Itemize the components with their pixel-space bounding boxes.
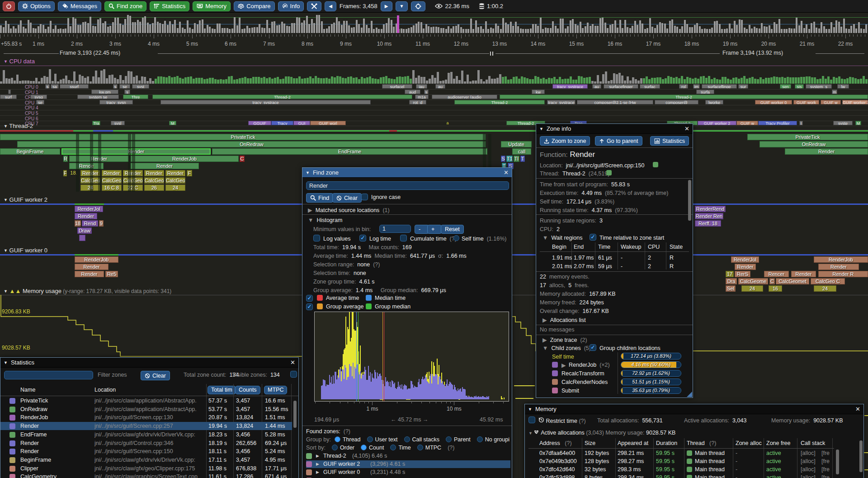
alloc-callstack-free[interactable]: [fre xyxy=(821,466,835,473)
zone-24[interactable]: 24 xyxy=(165,185,185,191)
zone-re5[interactable]: Re5 xyxy=(105,271,118,277)
guif-worker2-header[interactable]: ▼ GUIF worker 2 xyxy=(4,196,184,203)
cpu-block[interactable]: GGUIF xyxy=(248,121,271,125)
stats-table-row[interactable]: Renderjni/../jni/src/guif/Screen.cpp:150… xyxy=(0,448,298,456)
ignore-case-checkbox[interactable] xyxy=(361,194,368,200)
frame-graph-area[interactable] xyxy=(0,14,868,33)
zone-9[interactable]: 9 xyxy=(99,220,104,227)
cpu-block[interactable]: surfaceflinge xyxy=(702,84,737,89)
group-by-call-stacks[interactable] xyxy=(404,436,410,442)
active-allocations-header[interactable]: ▼ Active allocations (3,043) Memory usag… xyxy=(528,429,755,436)
reset-button[interactable]: Reset xyxy=(441,225,464,234)
cpu-block[interactable]: tracy_systrace xyxy=(552,84,588,89)
cpu-block[interactable]: GUIF w xyxy=(821,100,841,104)
cpu-block[interactable]: GUIF work xyxy=(793,100,819,104)
zone-render[interactable]: Render xyxy=(144,170,164,176)
zone-draw[interactable]: Draw xyxy=(77,227,92,234)
goto-frame-button[interactable] xyxy=(411,1,425,11)
collapse-icon[interactable]: ▼ xyxy=(528,407,532,412)
zone-info-go-to-parent-button[interactable]: Go to parent xyxy=(595,136,642,146)
zone-c[interactable]: C xyxy=(240,156,245,162)
sort-by-mtpc[interactable] xyxy=(417,445,423,450)
zone-calcgeome[interactable]: CalcGeome xyxy=(738,278,768,284)
stats-table-row[interactable]: Renderjni/../jni/src/guif/Screen.cpp:257… xyxy=(0,423,298,431)
zone-26[interactable]: 26 xyxy=(144,185,164,191)
group-by-option[interactable]: Thread xyxy=(343,436,361,443)
zone-privatetick[interactable]: PrivateTick xyxy=(747,134,868,140)
clear-filter-button[interactable]: Clear xyxy=(141,371,170,380)
zone-render[interactable]: Render xyxy=(785,148,868,155)
next-frame-button[interactable]: ▶ xyxy=(381,1,392,11)
zone-dra[interactable]: Dra xyxy=(726,278,737,284)
time-relative-checkbox[interactable]: ✓ xyxy=(590,234,596,241)
collapse-icon[interactable]: ▼ xyxy=(4,360,8,365)
stats-scrollbar-thumb[interactable] xyxy=(293,401,297,428)
zone-rend[interactable]: Rend xyxy=(82,220,98,227)
toolbar-messages-button[interactable]: Messages xyxy=(58,1,101,11)
cpu-block[interactable]: s xyxy=(424,90,429,94)
close-icon[interactable]: ✕ xyxy=(504,169,509,176)
min-values-input[interactable] xyxy=(379,225,411,233)
cpu-block[interactable]: sis xyxy=(795,84,804,89)
toolbar-find-zone-button[interactable]: Find zone xyxy=(104,1,146,11)
cpu-block[interactable]: composer@ xyxy=(655,100,698,104)
close-icon[interactable]: ✕ xyxy=(684,125,689,132)
zone-rencer[interactable]: Rencer xyxy=(764,271,789,277)
avg-median-visible-checkbox[interactable]: ✓ xyxy=(306,295,313,302)
zone-render[interactable]: Render xyxy=(735,264,756,270)
zone-t[interactable]: T xyxy=(520,156,525,162)
zone-renderjob[interactable]: RenderJob xyxy=(814,256,868,263)
zone-24[interactable]: 24 xyxy=(741,285,763,292)
group-visible-checkbox[interactable]: ✓ xyxy=(306,303,313,310)
stats-table-row[interactable]: Clipperjni/../jni/src/claw/gfx/geo/Clipp… xyxy=(0,465,298,473)
clear-button[interactable]: Clear xyxy=(332,193,362,203)
thread2-header[interactable]: ▼ Thread-2 xyxy=(4,123,184,129)
zone-render[interactable]: Render xyxy=(791,271,816,277)
cpu-block[interactable]: rot_d xyxy=(409,100,426,104)
increment-button[interactable]: + xyxy=(427,225,442,234)
cpu-block[interactable]: GUIF w xyxy=(736,121,758,125)
expand-icon[interactable]: ▶ xyxy=(316,462,321,467)
alloc-callstack-alloc[interactable]: [alloc] xyxy=(801,474,819,478)
group-by-user-text[interactable] xyxy=(367,436,373,442)
alloc-callstack-free[interactable]: [fre xyxy=(821,458,835,465)
cpu-block[interactable]: surf xyxy=(0,95,17,99)
cpu-data-header[interactable]: ▼ CPU data xyxy=(4,58,184,65)
zone-f[interactable]: F xyxy=(187,170,192,176)
stats-table-row[interactable]: PrivateTickjni/../jni/src/claw/applicati… xyxy=(0,398,298,406)
zone-calcgeo-c[interactable]: CalcGeo C xyxy=(811,278,845,284)
group-by-no-groupi[interactable] xyxy=(477,436,483,442)
group-by-thread[interactable] xyxy=(335,436,340,442)
sort-by-count[interactable] xyxy=(361,445,367,450)
restrict-time-checkbox[interactable] xyxy=(528,416,535,423)
cpu-block[interactable]: syste xyxy=(833,121,853,125)
cpu-block[interactable]: se xyxy=(119,84,130,89)
memory-window-scrollbar[interactable] xyxy=(859,440,863,472)
cpu-block[interactable]: sysg xyxy=(30,95,47,99)
zone-privatetick[interactable]: PrivateTick xyxy=(0,134,486,140)
zone-render[interactable]: Render xyxy=(818,264,859,270)
cpu-block[interactable]: kw xyxy=(532,90,545,94)
toolbar-memory-button[interactable]: Memory xyxy=(193,1,231,11)
zone-calcgeo[interactable]: CalcGeo xyxy=(144,177,164,184)
alloc-callstack-free[interactable]: [fre xyxy=(821,450,835,457)
prev-frame-button[interactable]: ◀ xyxy=(325,1,336,11)
zone-render[interactable]: Render xyxy=(75,264,108,270)
filter-zones-input[interactable] xyxy=(4,371,93,379)
toolbar-info-button[interactable]: Info xyxy=(278,1,304,11)
zone-t1[interactable]: T1 xyxy=(506,156,513,162)
toolbar-tools-icon-button[interactable] xyxy=(307,1,321,11)
sort-by-order[interactable] xyxy=(332,445,338,450)
zone-16[interactable]: 16 xyxy=(769,285,782,292)
zone-render[interactable]: Render xyxy=(75,271,104,277)
group-by-option[interactable]: Call stacks xyxy=(412,436,439,443)
cpu-block[interactable]: tracy_sysn xyxy=(99,100,133,104)
expand-icon[interactable]: ▶ xyxy=(316,454,321,459)
stats-table-row[interactable]: OnRedrawjni/../jni/src/claw/application/… xyxy=(0,406,298,414)
cpu-block[interactable]: m xyxy=(832,90,837,94)
group-by-option[interactable]: Parent xyxy=(454,436,471,443)
zone-endframe[interactable]: EndFrame xyxy=(212,148,487,155)
cpu-block[interactable]: GUIF worl xyxy=(310,121,346,125)
zone-render[interactable]: Render xyxy=(165,170,185,176)
group-by-option[interactable]: User text xyxy=(375,436,398,443)
